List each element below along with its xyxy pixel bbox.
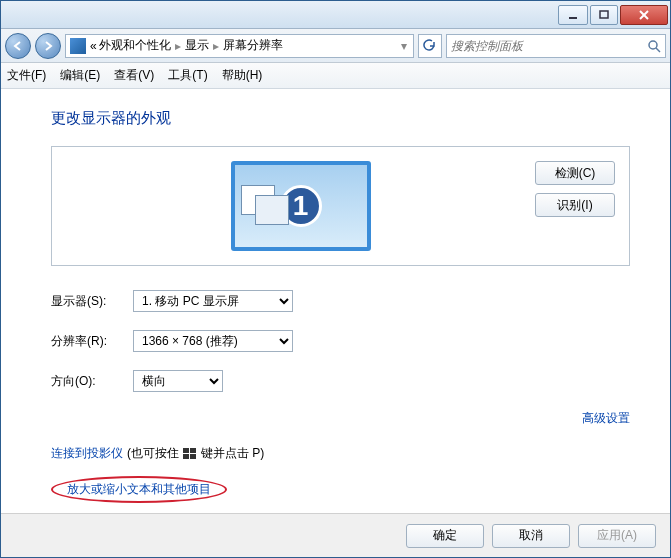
breadcrumb-prefix: «	[90, 39, 97, 53]
refresh-button[interactable]	[418, 34, 442, 58]
monitor-preview-area: 1 检测(C) 识别(I)	[51, 146, 630, 266]
page-title: 更改显示器的外观	[51, 109, 630, 128]
windows-key-icon	[183, 448, 197, 460]
menu-view[interactable]: 查看(V)	[114, 67, 154, 84]
control-panel-window: « 外观和个性化 ▸ 显示 ▸ 屏幕分辨率 ▾ 文件(F) 编辑(E) 查看(V…	[0, 0, 671, 558]
breadcrumb-item[interactable]: 外观和个性化	[99, 37, 171, 54]
chevron-down-icon[interactable]: ▾	[399, 39, 409, 53]
maximize-button[interactable]	[590, 5, 618, 25]
monitor-preview: 1	[66, 161, 535, 251]
breadcrumb[interactable]: « 外观和个性化 ▸ 显示 ▸ 屏幕分辨率 ▾	[65, 34, 414, 58]
svg-line-5	[656, 48, 660, 52]
breadcrumb-item[interactable]: 显示	[185, 37, 209, 54]
chevron-right-icon: ▸	[173, 39, 183, 53]
svg-rect-1	[600, 11, 608, 18]
cancel-button[interactable]: 取消	[492, 524, 570, 548]
resolution-row: 分辨率(R): 1366 × 768 (推荐)	[51, 330, 630, 352]
chevron-right-icon: ▸	[211, 39, 221, 53]
monitor-1[interactable]: 1	[231, 161, 371, 251]
identify-button[interactable]: 识别(I)	[535, 193, 615, 217]
svg-rect-9	[190, 454, 196, 459]
zoom-text-link[interactable]: 放大或缩小文本和其他项目	[67, 482, 211, 496]
zoom-text-row: 放大或缩小文本和其他项目	[51, 476, 630, 503]
projector-hint-post: 键并点击 P)	[201, 445, 264, 462]
search-box[interactable]	[446, 34, 666, 58]
projector-hint-pre: (也可按住	[127, 445, 179, 462]
content-area: 更改显示器的外观 1 检测(C) 识别(I) 显示器(S): 1. 移动 PC …	[1, 89, 670, 513]
display-label: 显示器(S):	[51, 293, 133, 310]
nav-forward-button[interactable]	[35, 33, 61, 59]
svg-rect-8	[183, 454, 189, 459]
close-button[interactable]	[620, 5, 668, 25]
navbar: « 外观和个性化 ▸ 显示 ▸ 屏幕分辨率 ▾	[1, 29, 670, 63]
apply-button[interactable]: 应用(A)	[578, 524, 656, 548]
svg-point-4	[649, 41, 657, 49]
projector-row: 连接到投影仪 (也可按住 键并点击 P)	[51, 445, 630, 462]
minimize-button[interactable]	[558, 5, 588, 25]
svg-rect-7	[190, 448, 196, 453]
search-icon	[647, 39, 661, 53]
footer: 确定 取消 应用(A)	[1, 513, 670, 557]
highlight-circle: 放大或缩小文本和其他项目	[51, 476, 227, 503]
orientation-label: 方向(O):	[51, 373, 133, 390]
search-input[interactable]	[451, 39, 647, 53]
breadcrumb-item[interactable]: 屏幕分辨率	[223, 37, 283, 54]
menu-file[interactable]: 文件(F)	[7, 67, 46, 84]
menu-tools[interactable]: 工具(T)	[168, 67, 207, 84]
detect-button[interactable]: 检测(C)	[535, 161, 615, 185]
titlebar	[1, 1, 670, 29]
svg-rect-6	[183, 448, 189, 453]
controlpanel-icon	[70, 38, 86, 54]
monitor-buttons: 检测(C) 识别(I)	[535, 161, 615, 217]
connect-projector-link[interactable]: 连接到投影仪	[51, 445, 123, 462]
resolution-label: 分辨率(R):	[51, 333, 133, 350]
orientation-select[interactable]: 横向	[133, 370, 223, 392]
display-select[interactable]: 1. 移动 PC 显示屏	[133, 290, 293, 312]
advanced-link-row: 高级设置	[51, 410, 630, 427]
menu-edit[interactable]: 编辑(E)	[60, 67, 100, 84]
menubar: 文件(F) 编辑(E) 查看(V) 工具(T) 帮助(H)	[1, 63, 670, 89]
orientation-row: 方向(O): 横向	[51, 370, 630, 392]
advanced-settings-link[interactable]: 高级设置	[582, 411, 630, 425]
resolution-select[interactable]: 1366 × 768 (推荐)	[133, 330, 293, 352]
nav-back-button[interactable]	[5, 33, 31, 59]
menu-help[interactable]: 帮助(H)	[222, 67, 263, 84]
display-row: 显示器(S): 1. 移动 PC 显示屏	[51, 290, 630, 312]
ok-button[interactable]: 确定	[406, 524, 484, 548]
desktop-thumbnail	[241, 185, 291, 229]
